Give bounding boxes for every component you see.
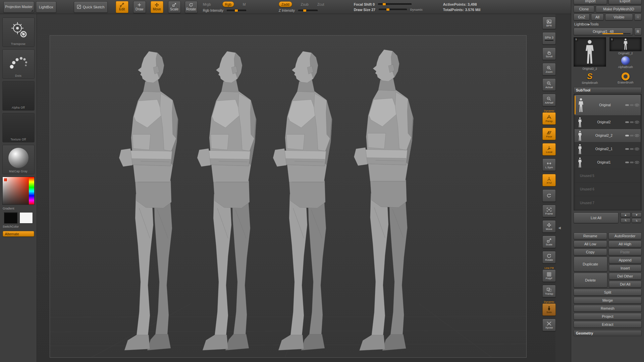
quick-sketch-button[interactable]: Quick Sketch [74,1,108,13]
mannequin-figure-4[interactable] [354,50,413,351]
texture-selector[interactable]: Texture Off [2,113,35,142]
subtool-up-button[interactable]: ▲ [621,213,631,217]
copy-button[interactable]: Copy [574,249,607,255]
subtool-row-unused-7[interactable]: Unused 7 [575,196,641,209]
subtool-row-original[interactable]: Original [575,95,641,116]
visibility-eye-icon[interactable] [635,147,639,150]
goz-r-button[interactable]: R [634,14,642,20]
all-high-button[interactable]: All High [608,241,642,247]
alternate-button[interactable]: Alternate [3,231,34,237]
mannequin-figure-2[interactable] [197,51,256,350]
focal-shift-slider[interactable] [378,3,412,5]
frame-button[interactable]: Frame [542,205,556,217]
mrgb-toggle[interactable]: Mrgb [203,2,211,6]
geometry-section-header[interactable]: Geometry [574,330,642,336]
material-selector[interactable]: MatCap Gray [2,145,35,174]
visibility-eye-icon[interactable] [635,104,639,107]
all-low-button[interactable]: All Low [574,241,607,247]
append-button[interactable]: Append [609,257,642,263]
mannequin-figure-3[interactable] [273,51,332,350]
local-button[interactable]: Local [542,143,556,156]
autoreorder-button[interactable]: AutoReorder [608,233,642,239]
gradient-label[interactable]: Gradient [0,207,14,210]
solo-button[interactable]: Solo [542,303,556,316]
subtool-promote-button[interactable]: ↰ [621,218,631,223]
transpose-tool[interactable]: Transpose [2,17,35,47]
aahalf-button[interactable]: AAHalf [542,94,556,106]
import-button[interactable]: Import [574,0,607,4]
persp-button[interactable]: Persp [542,112,556,125]
zcut-toggle[interactable]: Zcut [317,2,324,6]
polyframe-button[interactable]: PolyF [542,269,556,282]
subtool-row-original2_2[interactable]: Original2_2 [575,129,641,142]
secondary-color-swatch[interactable] [19,212,33,224]
subtool-section-header[interactable]: SubTool [574,87,642,93]
rgb-intensity-slider[interactable] [227,10,246,11]
edit-button[interactable]: Edit [116,1,128,13]
project-button[interactable]: Project [574,313,642,320]
switchcolor-label[interactable]: SwitchColor [0,225,19,228]
shelf-rotate-button[interactable]: Rotate [542,251,556,263]
floor-button[interactable]: Floor [542,128,556,140]
extract-button[interactable]: Extract [574,321,642,328]
draw-button[interactable]: Draw [133,1,146,13]
goz-all-button[interactable]: All [591,14,604,20]
del-other-button[interactable]: Del Other [609,273,642,280]
visibility-eye-icon[interactable] [635,134,639,137]
bpr-button[interactable]: BPR [542,17,556,29]
subtool-row-unused-5[interactable]: Unused 5 [575,169,641,183]
list-all-button[interactable]: List All [574,213,619,223]
hue-strip[interactable] [29,177,34,204]
tool-thumbnail[interactable]: S [574,37,606,67]
main-color-swatch[interactable] [4,212,17,224]
alpha-selector[interactable]: Alpha Off [2,81,35,111]
insert-button[interactable]: Insert [609,265,642,272]
draw-size-slider[interactable] [379,9,407,10]
xyz-button[interactable]: XYZ [542,174,556,186]
zoom-button[interactable]: Zoom [542,63,556,75]
color-picker[interactable] [2,177,35,205]
stroke-dots-tool[interactable]: Dots [2,49,35,79]
del-all-button[interactable]: Del All [609,281,642,288]
export-button[interactable]: Export [608,0,642,4]
make-polymesh3d-button[interactable]: Make PolyMesh3D [596,6,642,12]
alphabrush-thumbnail[interactable] [621,56,630,65]
tool-thumbnail-2[interactable]: S [609,37,642,51]
remesh-button[interactable]: Remesh [574,305,642,312]
transp-button[interactable]: Transp [542,285,556,297]
zsub-toggle[interactable]: Zsub [301,2,309,6]
subtool-row-original2_1[interactable]: Original2_1 [575,142,641,156]
lsym-button[interactable]: L.Sym [542,159,556,171]
z-intensity-slider[interactable] [298,10,318,11]
split-button[interactable]: Split [574,289,642,296]
visibility-eye-icon[interactable] [635,121,639,124]
duplicate-button[interactable]: Duplicate [574,257,607,272]
tray-divider-handle[interactable]: ◀ [557,223,561,232]
switch-color-swatches[interactable] [4,212,33,224]
goz-button[interactable]: GoZ [574,14,590,20]
lightbox-button[interactable]: LightBox [36,1,56,13]
eraserbrush-thumbnail[interactable] [622,72,630,80]
subtool-row-original1[interactable]: Original1 [575,156,641,169]
subtool-row-original2[interactable]: Original2 [575,116,641,129]
paste-button[interactable]: Paste [608,249,642,255]
shelf-scale-button[interactable]: Scale [542,236,556,248]
tool-r-button[interactable]: R [634,28,642,35]
shelf-move-button[interactable]: Move [542,220,556,233]
m-toggle[interactable]: M [243,2,246,6]
dynamic-toggle[interactable]: Dynamic [410,8,423,11]
projection-master-button[interactable]: Projection Master [3,1,34,13]
subtool-down-button[interactable]: ▼ [632,213,642,217]
mannequin-figure-1[interactable] [119,51,178,350]
active-tool-button[interactable]: Original1_48 [574,28,633,35]
rotate-button[interactable]: Rotate [185,1,198,13]
zadd-toggle[interactable]: Zadd [279,1,292,7]
delete-button[interactable]: Delete [574,273,607,288]
merge-button[interactable]: Merge [574,297,642,304]
rename-button[interactable]: Rename [574,233,607,239]
scale-button[interactable]: Scale [168,1,181,13]
viewport-canvas[interactable] [37,14,555,362]
lightbox-tools-link[interactable]: Lightbox▸Tools [574,22,642,26]
goz-visible-button[interactable]: Visible [605,14,633,20]
rgb-toggle[interactable]: Rgb [222,1,234,7]
